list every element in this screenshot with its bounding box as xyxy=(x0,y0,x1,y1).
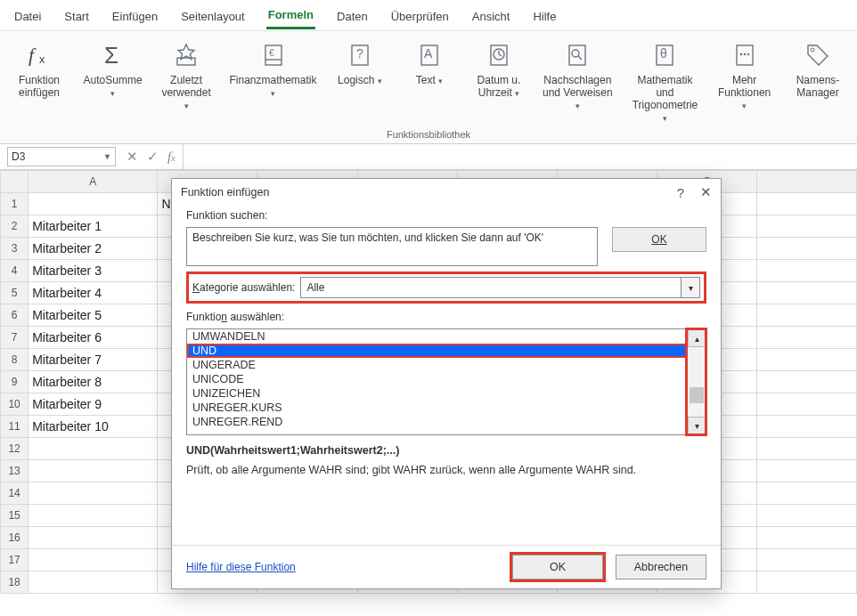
row-header[interactable]: 2 xyxy=(1,215,29,238)
row-header[interactable]: 8 xyxy=(1,349,29,371)
cell[interactable] xyxy=(756,505,856,527)
cell[interactable] xyxy=(29,193,158,215)
scrollbar[interactable]: ▴ ▾ xyxy=(687,329,706,434)
help-link[interactable]: Hilfe für diese Funktion xyxy=(186,561,296,573)
cell[interactable] xyxy=(756,215,856,238)
cell[interactable] xyxy=(756,349,856,371)
ribbon-mehr-funktionen-button[interactable]: MehrFunktionen ▾ xyxy=(711,38,778,126)
scroll-thumb[interactable] xyxy=(690,387,704,403)
cell[interactable] xyxy=(756,416,856,438)
fx-icon[interactable]: fx xyxy=(167,150,175,165)
function-list-item[interactable]: UMWANDELN xyxy=(187,329,687,344)
col-header[interactable] xyxy=(756,171,856,193)
cell[interactable] xyxy=(756,571,856,594)
cell[interactable] xyxy=(756,371,856,393)
cell[interactable] xyxy=(756,393,856,416)
ribbon-mathematik-und-trigonometrie-button[interactable]: θMathematik undTrigonometrie ▾ xyxy=(624,38,706,126)
names-manager-button[interactable]: Namens- Manager xyxy=(786,38,850,101)
function-list-item[interactable]: UNGERADE xyxy=(187,358,687,372)
cell[interactable] xyxy=(29,460,158,482)
confirm-edit-icon[interactable]: ✓ xyxy=(147,149,159,165)
cell[interactable] xyxy=(756,527,856,549)
cell[interactable]: Mitarbeiter 7 xyxy=(29,349,158,371)
cell[interactable] xyxy=(756,482,856,505)
ribbon-autosumme-button[interactable]: ΣAutoSumme ▾ xyxy=(77,38,149,126)
menu-item-formeln[interactable]: Formeln xyxy=(266,6,315,29)
cell[interactable] xyxy=(29,505,158,527)
row-header[interactable]: 13 xyxy=(1,460,29,482)
cell[interactable] xyxy=(29,549,158,571)
cell[interactable] xyxy=(756,438,856,460)
cell[interactable] xyxy=(756,460,856,482)
function-list[interactable]: UMWANDELNUNDUNGERADEUNICODEUNIZEICHENUNR… xyxy=(186,328,706,435)
row-header[interactable]: 11 xyxy=(1,416,29,438)
ribbon-datum-u-uhrzeit-button[interactable]: Datum u.Uhrzeit ▾ xyxy=(467,38,531,126)
cell[interactable] xyxy=(756,549,856,571)
category-dropdown[interactable]: Alle ▾ xyxy=(300,277,700,298)
close-icon[interactable]: ✕ xyxy=(700,184,712,200)
scroll-up-icon[interactable]: ▴ xyxy=(688,329,706,347)
row-header[interactable]: 16 xyxy=(1,527,29,549)
cell[interactable]: Mitarbeiter 6 xyxy=(29,327,158,349)
formula-input[interactable] xyxy=(183,141,857,173)
menu-item-seitenlayout[interactable]: Seitenlayout xyxy=(179,8,247,28)
name-box[interactable]: D3 ▼ xyxy=(7,147,116,166)
select-all-corner[interactable] xyxy=(1,171,29,193)
row-header[interactable]: 1 xyxy=(1,193,29,215)
cell[interactable] xyxy=(756,282,856,304)
cell[interactable]: Mitarbeiter 2 xyxy=(29,238,158,260)
cell[interactable] xyxy=(29,438,158,460)
row-header[interactable]: 3 xyxy=(1,238,29,260)
menu-item-ansicht[interactable]: Ansicht xyxy=(470,8,512,28)
cell[interactable]: Mitarbeiter 4 xyxy=(29,282,158,304)
cell[interactable]: Mitarbeiter 5 xyxy=(29,304,158,327)
cell[interactable]: Mitarbeiter 8 xyxy=(29,371,158,393)
row-header[interactable]: 14 xyxy=(1,482,29,505)
ribbon-finanzmathematik-button[interactable]: €Finanzmathematik ▾ xyxy=(224,38,322,126)
cell[interactable] xyxy=(29,571,158,594)
ribbon-zuletzt-verwendet-button[interactable]: Zuletztverwendet ▾ xyxy=(154,38,218,126)
ribbon-funktion-einf-gen-button[interactable]: fxFunktioneinfügen xyxy=(7,38,71,126)
cell[interactable] xyxy=(29,482,158,505)
menu-item-einfügen[interactable]: Einfügen xyxy=(110,8,159,28)
row-header[interactable]: 12 xyxy=(1,438,29,460)
cell[interactable] xyxy=(756,260,856,282)
function-list-item[interactable]: UNREGER.KURS xyxy=(187,401,687,415)
ok-button[interactable]: OK xyxy=(512,555,603,580)
row-header[interactable]: 7 xyxy=(1,327,29,349)
col-header-A[interactable]: A xyxy=(29,171,158,193)
scroll-down-icon[interactable]: ▾ xyxy=(688,417,706,434)
ribbon-text-button[interactable]: AText ▾ xyxy=(397,38,461,126)
cell[interactable] xyxy=(756,304,856,327)
cell[interactable]: Mitarbeiter 9 xyxy=(29,393,158,416)
function-list-item[interactable]: UND xyxy=(187,344,687,358)
menu-item-datei[interactable]: Datei xyxy=(12,8,43,28)
function-list-item[interactable]: UNICODE xyxy=(187,372,687,386)
ribbon-logisch-button[interactable]: ?Logisch ▾ xyxy=(328,38,392,126)
row-header[interactable]: 18 xyxy=(1,571,29,594)
row-header[interactable]: 5 xyxy=(1,282,29,304)
row-header[interactable]: 4 xyxy=(1,260,29,282)
cell[interactable] xyxy=(756,327,856,349)
cell[interactable]: Mitarbeiter 1 xyxy=(29,215,158,238)
menu-item-daten[interactable]: Daten xyxy=(335,8,370,28)
cell[interactable] xyxy=(29,527,158,549)
search-ok-button[interactable]: OK xyxy=(612,227,706,252)
row-header[interactable]: 10 xyxy=(1,393,29,416)
menu-item-hilfe[interactable]: Hilfe xyxy=(531,8,558,28)
row-header[interactable]: 6 xyxy=(1,304,29,327)
function-list-item[interactable]: UNIZEICHEN xyxy=(187,386,687,401)
row-header[interactable]: 17 xyxy=(1,549,29,571)
cell[interactable]: Mitarbeiter 3 xyxy=(29,260,158,282)
menu-item-start[interactable]: Start xyxy=(62,8,90,28)
search-input[interactable]: Beschreiben Sie kurz, was Sie tun möchte… xyxy=(186,227,598,266)
menu-item-überprüfen[interactable]: Überprüfen xyxy=(389,8,451,28)
cell[interactable] xyxy=(756,193,856,215)
function-list-item[interactable]: UNREGER.REND xyxy=(187,415,687,429)
row-header[interactable]: 15 xyxy=(1,505,29,527)
row-header[interactable]: 9 xyxy=(1,371,29,393)
cancel-edit-icon[interactable]: ✕ xyxy=(127,149,138,165)
ribbon-nachschlagen-und-verweisen-button[interactable]: Nachschlagenund Verweisen ▾ xyxy=(536,38,619,126)
help-icon[interactable]: ? xyxy=(677,185,684,200)
cancel-button[interactable]: Abbrechen xyxy=(616,555,706,580)
